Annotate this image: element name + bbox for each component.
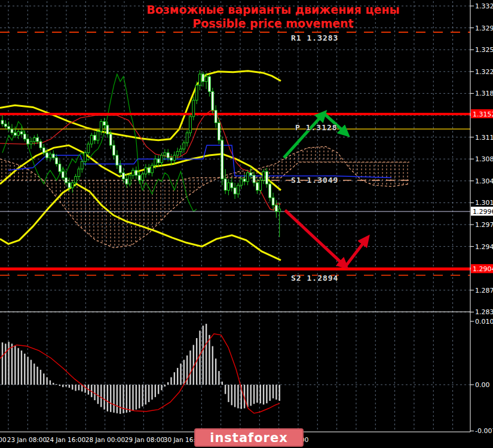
macd-histogram-bar — [225, 385, 226, 394]
macd-histogram-bar — [209, 335, 210, 385]
time-label: 28 Jan 00:00 — [85, 436, 125, 443]
macd-histogram-bar — [53, 383, 54, 385]
macd-histogram-bar — [183, 360, 185, 385]
candle-body — [221, 140, 223, 179]
macd-histogram-bar — [84, 385, 85, 393]
price-tick-label: 1.3080 — [475, 155, 493, 163]
price-tick-label: 1.3255 — [475, 46, 493, 54]
chart-title-en: Possible price movement — [192, 17, 353, 30]
macd-histogram-bar — [148, 385, 149, 402]
candle-body — [65, 178, 68, 183]
candle-body — [199, 74, 201, 85]
pivot-label-s2: S2 1.2894 — [291, 274, 338, 283]
macd-histogram-bar — [11, 343, 13, 385]
bollinger-upper — [0, 71, 281, 140]
macd-histogram-bar — [180, 364, 181, 385]
macd-histogram-bar — [222, 382, 223, 385]
ichimoku-cloud — [0, 146, 412, 247]
price-chart-canvas: 1.33251.32901.32551.32201.31851.31151.30… — [0, 0, 493, 448]
macd-histogram-bar — [275, 385, 277, 400]
macd-histogram-bar — [21, 351, 22, 385]
time-label: 00 — [0, 436, 7, 443]
candle-body — [109, 134, 112, 145]
instaforex-logo: instaforex — [194, 428, 304, 447]
candle-body — [250, 173, 252, 175]
candle-body — [1, 120, 4, 124]
candle-body — [116, 155, 118, 165]
macd-tick-label: 0.01019 — [475, 318, 493, 326]
macd-histogram-bar — [46, 378, 47, 385]
macd-histogram-bar — [139, 385, 140, 409]
macd-histogram-bar — [215, 358, 216, 385]
candle-body — [218, 123, 221, 140]
candle-body — [167, 153, 169, 158]
candle-body — [212, 91, 214, 110]
candle-body — [151, 165, 154, 173]
candle-body — [36, 138, 39, 142]
kumo-cloud-fill — [0, 146, 409, 247]
candle-body — [20, 131, 23, 134]
candle-body — [123, 173, 125, 179]
candle-body — [269, 184, 271, 198]
candle-body — [113, 145, 115, 155]
candle-body — [103, 121, 106, 125]
macd-histogram-bar — [107, 385, 108, 412]
price-tick-label: 1.2870 — [475, 287, 493, 294]
candle-body — [224, 179, 226, 191]
candle-body — [173, 155, 176, 160]
candle-body — [39, 142, 42, 148]
candle-body — [145, 168, 147, 174]
candle-body — [209, 76, 211, 91]
candle-body — [49, 154, 51, 158]
macd-histogram-bar — [126, 385, 127, 413]
candle-body — [240, 179, 243, 185]
price-tick-label: 1.3290 — [475, 24, 493, 32]
support-line — [0, 268, 493, 271]
macd-histogram-bar — [129, 385, 130, 412]
candle-body — [205, 76, 207, 81]
candle-body — [154, 159, 157, 165]
macd-histogram-bar — [206, 324, 207, 385]
macd-histogram-bar — [212, 346, 213, 385]
candle-body — [228, 183, 230, 191]
macd-histogram-bar — [151, 385, 152, 400]
projection-arrows — [284, 113, 367, 266]
candle-body — [142, 174, 144, 180]
candle-body — [8, 127, 10, 129]
candle-body — [11, 129, 13, 133]
candle-body — [234, 188, 236, 194]
price-tick-label: 1.3325 — [475, 2, 493, 10]
candle-body — [100, 121, 102, 131]
macd-histogram-bar — [164, 385, 166, 386]
candle-body — [119, 165, 121, 173]
macd-histogram-bar — [110, 385, 111, 412]
price-levels — [0, 32, 493, 275]
macd-histogram-bar — [40, 370, 41, 385]
macd-histogram-bar — [62, 385, 63, 387]
price-badge-label: 1.3152 — [473, 111, 493, 118]
macd-histogram-bar — [103, 385, 105, 410]
candle-body — [164, 153, 166, 155]
macd-histogram-bar — [136, 385, 137, 410]
price-tick-label: 1.2975 — [475, 221, 493, 229]
candle-body — [52, 154, 54, 158]
macd-histogram-bar — [97, 385, 99, 404]
candle-body — [275, 205, 277, 211]
candle-body — [170, 158, 173, 160]
macd-histogram-bar — [14, 345, 16, 385]
macd-histogram-bar — [237, 385, 238, 409]
candle-body — [87, 144, 90, 153]
macd-histogram-bar — [256, 385, 258, 403]
price-tick-label: 1.3220 — [475, 68, 493, 76]
macd-histogram-bar — [177, 368, 178, 385]
candle-body — [97, 131, 99, 140]
candle-body — [46, 153, 48, 158]
macd-histogram-bar — [120, 385, 121, 414]
macd-histogram-bar — [142, 385, 143, 406]
candle-body — [189, 116, 192, 133]
macd-histogram-bar — [158, 385, 159, 394]
macd-histogram-bar — [250, 385, 252, 406]
price-tick-label: 1.3185 — [475, 90, 493, 97]
macd-histogram-bar — [234, 385, 235, 407]
macd-pane — [0, 324, 280, 414]
